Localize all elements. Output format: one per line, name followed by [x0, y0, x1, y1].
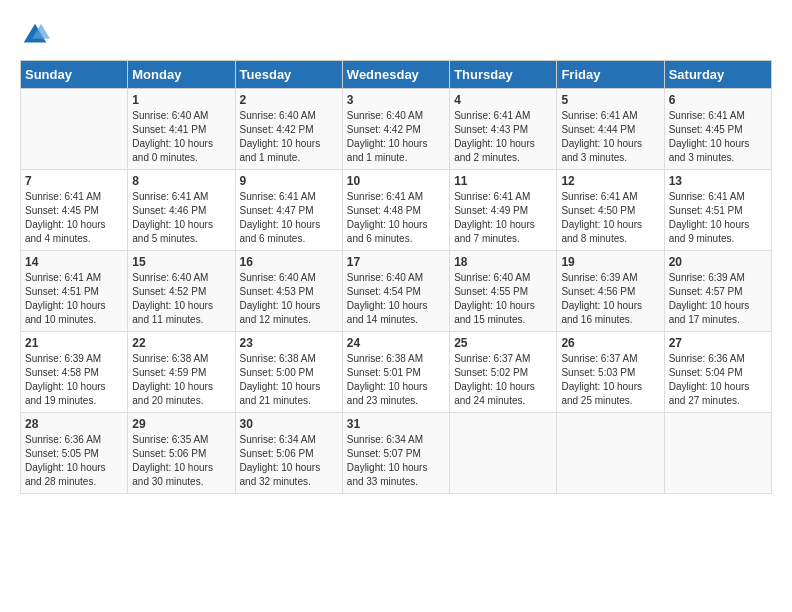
day-number: 7	[25, 174, 123, 188]
day-number: 9	[240, 174, 338, 188]
calendar-cell: 19Sunrise: 6:39 AMSunset: 4:56 PMDayligh…	[557, 251, 664, 332]
day-number: 28	[25, 417, 123, 431]
day-number: 21	[25, 336, 123, 350]
day-number: 25	[454, 336, 552, 350]
day-info: Sunrise: 6:38 AMSunset: 4:59 PMDaylight:…	[132, 352, 230, 408]
calendar-cell: 23Sunrise: 6:38 AMSunset: 5:00 PMDayligh…	[235, 332, 342, 413]
calendar-cell: 4Sunrise: 6:41 AMSunset: 4:43 PMDaylight…	[450, 89, 557, 170]
day-number: 24	[347, 336, 445, 350]
day-info: Sunrise: 6:41 AMSunset: 4:48 PMDaylight:…	[347, 190, 445, 246]
day-number: 22	[132, 336, 230, 350]
calendar-cell: 25Sunrise: 6:37 AMSunset: 5:02 PMDayligh…	[450, 332, 557, 413]
calendar-cell: 28Sunrise: 6:36 AMSunset: 5:05 PMDayligh…	[21, 413, 128, 494]
day-number: 3	[347, 93, 445, 107]
calendar-cell: 2Sunrise: 6:40 AMSunset: 4:42 PMDaylight…	[235, 89, 342, 170]
day-info: Sunrise: 6:36 AMSunset: 5:04 PMDaylight:…	[669, 352, 767, 408]
day-number: 17	[347, 255, 445, 269]
calendar-cell: 31Sunrise: 6:34 AMSunset: 5:07 PMDayligh…	[342, 413, 449, 494]
day-info: Sunrise: 6:36 AMSunset: 5:05 PMDaylight:…	[25, 433, 123, 489]
day-info: Sunrise: 6:39 AMSunset: 4:56 PMDaylight:…	[561, 271, 659, 327]
day-info: Sunrise: 6:40 AMSunset: 4:41 PMDaylight:…	[132, 109, 230, 165]
calendar-cell: 18Sunrise: 6:40 AMSunset: 4:55 PMDayligh…	[450, 251, 557, 332]
day-info: Sunrise: 6:41 AMSunset: 4:46 PMDaylight:…	[132, 190, 230, 246]
day-number: 18	[454, 255, 552, 269]
calendar-cell: 14Sunrise: 6:41 AMSunset: 4:51 PMDayligh…	[21, 251, 128, 332]
day-info: Sunrise: 6:37 AMSunset: 5:03 PMDaylight:…	[561, 352, 659, 408]
day-info: Sunrise: 6:41 AMSunset: 4:49 PMDaylight:…	[454, 190, 552, 246]
day-number: 20	[669, 255, 767, 269]
calendar-cell: 22Sunrise: 6:38 AMSunset: 4:59 PMDayligh…	[128, 332, 235, 413]
calendar-cell: 12Sunrise: 6:41 AMSunset: 4:50 PMDayligh…	[557, 170, 664, 251]
day-info: Sunrise: 6:37 AMSunset: 5:02 PMDaylight:…	[454, 352, 552, 408]
calendar-week-3: 14Sunrise: 6:41 AMSunset: 4:51 PMDayligh…	[21, 251, 772, 332]
calendar-cell: 16Sunrise: 6:40 AMSunset: 4:53 PMDayligh…	[235, 251, 342, 332]
day-info: Sunrise: 6:40 AMSunset: 4:42 PMDaylight:…	[347, 109, 445, 165]
calendar-cell: 20Sunrise: 6:39 AMSunset: 4:57 PMDayligh…	[664, 251, 771, 332]
day-info: Sunrise: 6:41 AMSunset: 4:43 PMDaylight:…	[454, 109, 552, 165]
calendar-cell: 11Sunrise: 6:41 AMSunset: 4:49 PMDayligh…	[450, 170, 557, 251]
calendar-table: SundayMondayTuesdayWednesdayThursdayFrid…	[20, 60, 772, 494]
day-info: Sunrise: 6:41 AMSunset: 4:45 PMDaylight:…	[25, 190, 123, 246]
calendar-cell: 27Sunrise: 6:36 AMSunset: 5:04 PMDayligh…	[664, 332, 771, 413]
calendar-header: SundayMondayTuesdayWednesdayThursdayFrid…	[21, 61, 772, 89]
page-header	[20, 20, 772, 50]
day-number: 19	[561, 255, 659, 269]
calendar-cell: 21Sunrise: 6:39 AMSunset: 4:58 PMDayligh…	[21, 332, 128, 413]
weekday-header-friday: Friday	[557, 61, 664, 89]
day-info: Sunrise: 6:40 AMSunset: 4:53 PMDaylight:…	[240, 271, 338, 327]
logo-icon	[20, 20, 50, 50]
calendar-week-1: 1Sunrise: 6:40 AMSunset: 4:41 PMDaylight…	[21, 89, 772, 170]
calendar-cell	[21, 89, 128, 170]
day-number: 5	[561, 93, 659, 107]
weekday-header-sunday: Sunday	[21, 61, 128, 89]
day-number: 14	[25, 255, 123, 269]
day-info: Sunrise: 6:39 AMSunset: 4:58 PMDaylight:…	[25, 352, 123, 408]
calendar-cell: 26Sunrise: 6:37 AMSunset: 5:03 PMDayligh…	[557, 332, 664, 413]
calendar-cell	[557, 413, 664, 494]
weekday-header-monday: Monday	[128, 61, 235, 89]
day-number: 10	[347, 174, 445, 188]
day-info: Sunrise: 6:40 AMSunset: 4:54 PMDaylight:…	[347, 271, 445, 327]
day-info: Sunrise: 6:41 AMSunset: 4:44 PMDaylight:…	[561, 109, 659, 165]
day-number: 8	[132, 174, 230, 188]
calendar-cell: 13Sunrise: 6:41 AMSunset: 4:51 PMDayligh…	[664, 170, 771, 251]
day-info: Sunrise: 6:34 AMSunset: 5:07 PMDaylight:…	[347, 433, 445, 489]
calendar-cell: 9Sunrise: 6:41 AMSunset: 4:47 PMDaylight…	[235, 170, 342, 251]
day-info: Sunrise: 6:34 AMSunset: 5:06 PMDaylight:…	[240, 433, 338, 489]
calendar-week-4: 21Sunrise: 6:39 AMSunset: 4:58 PMDayligh…	[21, 332, 772, 413]
logo	[20, 20, 54, 50]
calendar-week-2: 7Sunrise: 6:41 AMSunset: 4:45 PMDaylight…	[21, 170, 772, 251]
day-number: 29	[132, 417, 230, 431]
weekday-header-wednesday: Wednesday	[342, 61, 449, 89]
day-number: 1	[132, 93, 230, 107]
day-number: 13	[669, 174, 767, 188]
calendar-cell	[450, 413, 557, 494]
calendar-cell: 29Sunrise: 6:35 AMSunset: 5:06 PMDayligh…	[128, 413, 235, 494]
day-number: 16	[240, 255, 338, 269]
day-number: 2	[240, 93, 338, 107]
weekday-header-tuesday: Tuesday	[235, 61, 342, 89]
day-number: 15	[132, 255, 230, 269]
day-number: 23	[240, 336, 338, 350]
day-number: 31	[347, 417, 445, 431]
weekday-header-row: SundayMondayTuesdayWednesdayThursdayFrid…	[21, 61, 772, 89]
calendar-body: 1Sunrise: 6:40 AMSunset: 4:41 PMDaylight…	[21, 89, 772, 494]
day-info: Sunrise: 6:41 AMSunset: 4:45 PMDaylight:…	[669, 109, 767, 165]
calendar-cell: 5Sunrise: 6:41 AMSunset: 4:44 PMDaylight…	[557, 89, 664, 170]
calendar-cell: 30Sunrise: 6:34 AMSunset: 5:06 PMDayligh…	[235, 413, 342, 494]
calendar-cell: 7Sunrise: 6:41 AMSunset: 4:45 PMDaylight…	[21, 170, 128, 251]
day-info: Sunrise: 6:35 AMSunset: 5:06 PMDaylight:…	[132, 433, 230, 489]
day-info: Sunrise: 6:40 AMSunset: 4:52 PMDaylight:…	[132, 271, 230, 327]
calendar-cell: 3Sunrise: 6:40 AMSunset: 4:42 PMDaylight…	[342, 89, 449, 170]
calendar-cell	[664, 413, 771, 494]
calendar-cell: 17Sunrise: 6:40 AMSunset: 4:54 PMDayligh…	[342, 251, 449, 332]
day-info: Sunrise: 6:41 AMSunset: 4:51 PMDaylight:…	[669, 190, 767, 246]
day-info: Sunrise: 6:40 AMSunset: 4:55 PMDaylight:…	[454, 271, 552, 327]
day-number: 4	[454, 93, 552, 107]
day-info: Sunrise: 6:38 AMSunset: 5:00 PMDaylight:…	[240, 352, 338, 408]
day-info: Sunrise: 6:41 AMSunset: 4:50 PMDaylight:…	[561, 190, 659, 246]
calendar-cell: 1Sunrise: 6:40 AMSunset: 4:41 PMDaylight…	[128, 89, 235, 170]
calendar-cell: 24Sunrise: 6:38 AMSunset: 5:01 PMDayligh…	[342, 332, 449, 413]
calendar-cell: 10Sunrise: 6:41 AMSunset: 4:48 PMDayligh…	[342, 170, 449, 251]
day-info: Sunrise: 6:40 AMSunset: 4:42 PMDaylight:…	[240, 109, 338, 165]
